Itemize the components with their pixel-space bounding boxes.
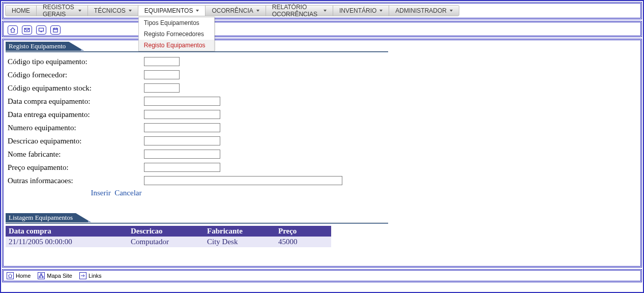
th-descricao: Descricao (128, 226, 204, 237)
dropdown-registo-fornecedores[interactable]: Registo Fornecedores (139, 28, 214, 40)
svg-rect-4 (39, 277, 41, 278)
dropdown-tipos-equipamentos[interactable]: Tipos Equipamentos (139, 17, 214, 28)
label-data-entrega: Data entrega equipamento: (7, 108, 142, 121)
input-codigo-tipo-equipamento[interactable] (144, 57, 180, 66)
cell-data-compra: 21/11/2005 00:00:00 (6, 237, 128, 247)
toolbar (4, 22, 640, 36)
cell-fabricante: City Desk (204, 237, 275, 247)
nav-equipamentos[interactable]: EQUIPAMENTOS Tipos Equipamentos Registo … (138, 6, 206, 16)
th-fabricante: Fabricante (204, 226, 275, 237)
home-icon (10, 27, 16, 33)
nav-home[interactable]: HOME (6, 6, 37, 16)
label-codigo-tipo-equipamento: Código tipo equipamento: (7, 55, 142, 68)
monitor-icon (38, 27, 44, 33)
footer: Home Mapa Site Links (4, 271, 640, 281)
calendar-icon (52, 27, 58, 33)
input-codigo-fornecedor[interactable] (144, 70, 180, 79)
input-data-entrega[interactable] (144, 110, 220, 119)
section-title-registo: Registo Equipamento (6, 42, 388, 52)
input-descricao-equipamento[interactable] (144, 136, 220, 145)
input-numero-equipamento[interactable] (144, 123, 220, 132)
th-data-compra: Data compra (6, 226, 128, 237)
input-preco-equipamento[interactable] (144, 163, 220, 172)
toolbar-monitor-button[interactable] (36, 25, 46, 35)
nav-relatorio-ocorrencias[interactable]: RELATÓRIO OCORRÊNCIAS (266, 6, 333, 16)
home-icon (7, 272, 14, 279)
label-numero-equipamento: Numero equipamento: (7, 122, 142, 134)
input-outras-informacoes[interactable] (144, 176, 342, 185)
th-preco: Preço (275, 226, 331, 237)
cell-preco: 45000 (275, 237, 331, 247)
nav-tecnicos[interactable]: TÉCNICOS (88, 6, 138, 16)
input-codigo-equipamento-stock[interactable] (144, 83, 180, 93)
label-codigo-equipamento-stock: Código equipamento stock: (7, 82, 142, 94)
label-nome-fabricante: Nome fabricante: (7, 148, 142, 160)
cell-descricao: Computador (128, 237, 204, 247)
toolbar-mail-button[interactable] (22, 25, 32, 35)
insert-link[interactable]: Inserir (91, 189, 111, 197)
mail-icon (24, 27, 30, 33)
sitemap-icon (38, 272, 45, 279)
cancel-link[interactable]: Cancelar (114, 189, 141, 197)
section-title-listagem: Listagem Equipamentos (6, 214, 388, 224)
input-nome-fabricante[interactable] (144, 150, 220, 159)
toolbar-calendar-button[interactable] (50, 25, 61, 35)
nav-ocorrencia[interactable]: OCORRÊNCIA (206, 6, 266, 16)
svg-rect-2 (53, 28, 57, 33)
label-codigo-fornecedor: Código fornecedor: (7, 69, 142, 81)
toolbar-home-button[interactable] (8, 25, 18, 35)
svg-rect-5 (42, 277, 44, 278)
nav-inventario[interactable]: INVENTÁRIO (333, 6, 389, 16)
svg-rect-3 (41, 274, 42, 275)
footer-home[interactable]: Home (7, 272, 31, 279)
form-registo-equipamento: Código tipo equipamento:Código fornecedo… (6, 54, 382, 188)
label-preco-equipamento: Preço equipamento: (7, 161, 142, 173)
table-row[interactable]: 21/11/2005 00:00:00ComputadorCity Desk45… (6, 237, 331, 247)
nav-registos-gerais[interactable]: REGISTOS GERAIS (37, 6, 88, 16)
arrow-right-icon (79, 272, 86, 279)
table-listagem-equipamentos: Data compra Descricao Fabricante Preço 2… (6, 226, 331, 247)
main-nav: HOME REGISTOS GERAIS TÉCNICOS EQUIPAMENT… (5, 5, 459, 16)
footer-links[interactable]: Links (79, 272, 102, 279)
nav-administrador[interactable]: ADMINISTRADOR (389, 6, 459, 16)
label-outras-informacoes: Outras informacaoes: (7, 174, 142, 187)
footer-mapa-site[interactable]: Mapa Site (38, 272, 72, 279)
label-descricao-equipamento: Descricao equipamento: (7, 135, 142, 147)
label-data-compra: Data compra equipamento: (7, 95, 142, 107)
svg-rect-1 (39, 28, 44, 31)
input-data-compra[interactable] (144, 97, 220, 106)
